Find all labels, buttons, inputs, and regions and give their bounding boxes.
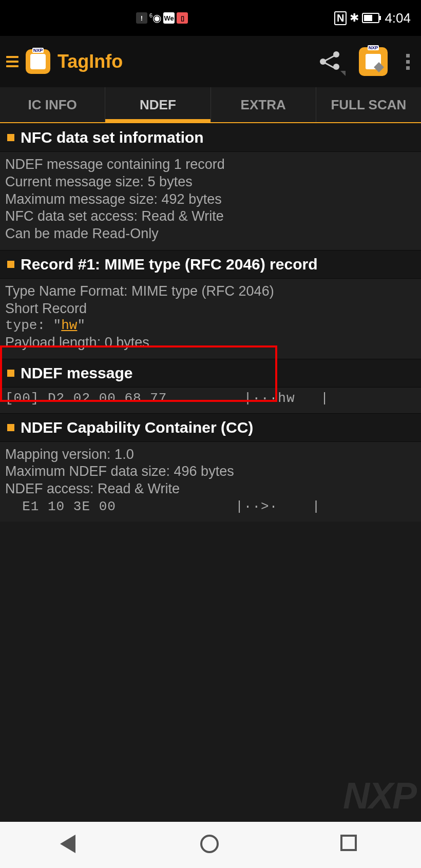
section-cc-header: NDEF Capability Container (CC)	[0, 413, 421, 442]
app-icon: NXP	[26, 49, 50, 74]
section-record1-body: Type Name Format: MIME type (RFC 2046) S…	[0, 279, 421, 359]
type-line: type: "hw"	[5, 317, 414, 334]
tab-bar: IC INFO NDEF EXTRA FULL SCAN	[0, 87, 421, 123]
app-header: NXP TagInfo NXP	[0, 36, 421, 87]
recents-button[interactable]	[340, 835, 361, 855]
home-button[interactable]	[200, 835, 221, 855]
section-record1-header: Record #1: MIME type (RFC 2046) record	[0, 250, 421, 279]
text-line: NFC data set access: Read & Write	[5, 208, 414, 225]
tagwriter-icon[interactable]: NXP	[359, 47, 388, 76]
back-button[interactable]	[60, 835, 81, 855]
status-center: ! 6◉ We ▯	[136, 12, 188, 24]
text-line: Mapping version: 1.0	[5, 446, 414, 464]
type-label: type: "	[5, 318, 61, 333]
section-title: Record #1: MIME type (RFC 2046) record	[21, 256, 317, 273]
section-nfc-info-body: NDEF message containing 1 record Current…	[0, 152, 421, 250]
alert-icon: !	[136, 12, 147, 24]
tab-ndef[interactable]: NDEF	[105, 87, 210, 122]
we-icon: We	[163, 12, 175, 24]
bullet-icon	[7, 370, 14, 377]
text-line: Maximum NDEF data size: 496 bytes	[5, 463, 414, 480]
text-line: Can be made Read-Only	[5, 225, 414, 243]
section-title: NFC data set information	[21, 129, 204, 146]
section-title: NDEF Capability Container (CC)	[21, 419, 253, 436]
share-icon[interactable]	[320, 51, 340, 72]
android-nav-bar	[0, 822, 421, 868]
text-line: NDEF access: Read & Write	[5, 480, 414, 498]
text-line: Type Name Format: MIME type (RFC 2046)	[5, 283, 414, 300]
clock: 4:04	[385, 10, 411, 26]
status-right: N ✱ 4:04	[334, 10, 411, 26]
nxp-watermark: NXP	[343, 775, 416, 817]
text-line: NDEF message containing 1 record	[5, 156, 414, 173]
section-title: NDEF message	[21, 364, 132, 382]
text-line: Short Record	[5, 300, 414, 318]
ndef-hex-dump: [00] D2 02 00 68 77 |···hw |	[0, 388, 421, 413]
tab-extra[interactable]: EXTRA	[211, 87, 316, 122]
text-line: Maximum message size: 492 bytes	[5, 191, 414, 208]
text-line: Payload length: 0 bytes	[5, 334, 414, 352]
status-bar: ! 6◉ We ▯ N ✱ 4:04	[0, 0, 421, 36]
tab-full-scan[interactable]: FULL SCAN	[316, 87, 421, 122]
section-cc-body: Mapping version: 1.0 Maximum NDEF data s…	[0, 442, 421, 499]
content-area[interactable]: NFC data set information NDEF message co…	[0, 123, 421, 522]
text-line: Current message size: 5 bytes	[5, 173, 414, 191]
bullet-icon	[7, 134, 14, 141]
bullet-icon	[7, 261, 14, 268]
battery-icon	[362, 13, 379, 23]
cc-hex-dump: E1 10 3E 00 |··>· |	[0, 499, 421, 522]
overflow-icon[interactable]	[406, 54, 410, 70]
wifi-icon: 6◉	[149, 12, 161, 24]
book-icon: ▯	[177, 12, 188, 24]
hamburger-icon[interactable]	[6, 56, 18, 67]
section-nfc-info-header: NFC data set information	[0, 123, 421, 152]
type-close: "	[77, 318, 85, 333]
bluetooth-icon: ✱	[350, 11, 359, 25]
nfc-icon: N	[334, 11, 347, 25]
section-ndef-msg-header: NDEF message	[0, 359, 421, 388]
tab-ic-info[interactable]: IC INFO	[0, 87, 105, 122]
bullet-icon	[7, 424, 14, 431]
type-link[interactable]: hw	[61, 318, 77, 333]
app-title: TagInfo	[58, 51, 313, 72]
